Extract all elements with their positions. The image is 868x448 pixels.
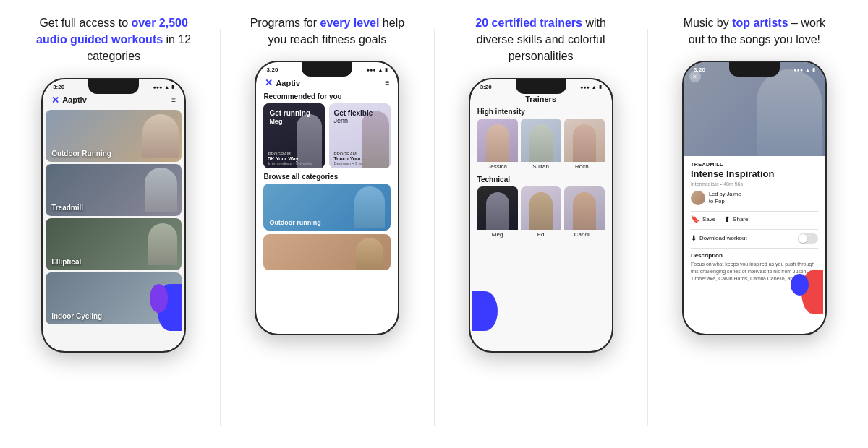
main-container: Get full access to over 2,500 audio guid… [0,0,868,448]
blob-purple-1 [150,284,168,313]
trainer-jessica[interactable]: Jessica [477,119,518,171]
p2-prog-flexible[interactable]: Get flexible Jenn PROGRAM Touch Your... … [329,103,391,168]
phone-2-header: ✕ Aaptiv ≡ [256,74,398,92]
phone-2-screen: 3:20 ●●● ▲ ▮ ✕ Aaptiv ≡ [256,62,398,334]
workout-outdoor-label: Outdoor Running [51,150,111,158]
p2-browse-title: Browse all categories [256,173,398,184]
p4-trainer-led: Led by Jaime [709,191,741,198]
phone-2-notch [302,62,352,77]
phone-2: 3:20 ●●● ▲ ▮ ✕ Aaptiv ≡ [255,61,399,335]
p4-save-label: Save [702,216,715,223]
trainer-sultan-name: Sultan [521,162,561,171]
trainer-meg-name: Meg [477,230,518,239]
signal-icon-4: ●●● [793,67,803,72]
trainer-sultan[interactable]: Sultan [521,119,561,171]
battery-icon-2: ▮ [385,67,388,73]
bookmark-icon: 🔖 [691,215,699,223]
p3-technical-label: Technical [470,176,612,186]
p2-prog-running[interactable]: Get running Meg PROGRAM 5K Your Way Inte… [263,103,325,168]
blob-blue-3 [472,291,498,331]
p3-technical-grid: Meg Ed Candi... [470,186,612,244]
filter-icon-1[interactable]: ≡ [171,96,176,104]
status-time-1: 3:20 [53,84,64,90]
download-icon: ⬇ [691,234,697,242]
wifi-icon-2: ▲ [378,67,383,72]
workout-elliptical-label: Elliptical [51,258,81,266]
workout-cycling-label: Indoor Cycling [51,312,102,320]
panel-1: Get full access to over 2,500 audio guid… [7,14,220,441]
trainer-candi-name: Candi... [564,230,605,239]
workout-outdoor[interactable]: Outdoor Running [46,110,182,162]
p3-high-intensity-grid: Jessica Sultan Roch... [470,119,612,176]
signal-icon-3: ●●● [580,85,590,90]
p4-download-label: ⬇ Download workout [691,234,747,242]
panel-3-text: 20 certified trainers with diverse skill… [461,14,621,65]
wifi-icon-3: ▲ [592,85,597,90]
trainer-candi[interactable]: Candi... [564,186,605,239]
phone-4-notch [729,62,780,77]
panel-3: 20 certified trainers with diverse skill… [435,14,647,441]
trainer-roch-name: Roch... [564,162,605,171]
workout-treadmill-label: Treadmill [51,204,83,212]
p3-screen-title: Trainers [470,92,612,108]
trainer-ed-name: Ed [521,230,561,239]
panel-4-text: Music by top artists – work out to the s… [675,14,834,48]
share-icon: ⬆ [724,215,730,223]
p4-share-btn[interactable]: ⬆ Share [724,215,748,223]
panel-3-highlight: 20 certified trainers [475,17,582,29]
p4-trainer-genre: to Pop [709,198,741,205]
p4-trainer-info: Led by Jaime to Pop [709,191,741,205]
p4-download-row: ⬇ Download workout [691,233,818,244]
p4-trainer-avatar [691,191,705,205]
status-time-3: 3:20 [480,84,492,90]
phone-3-notch [516,79,566,94]
p2-prog-label-1: Get running Meg [269,109,310,126]
phone-1-notch [88,79,139,94]
p4-toggle-knob [799,234,807,243]
panel-4-highlight: top artists [732,17,788,29]
panel-2-text: Programs for every level help you reach … [247,14,407,48]
p4-trainer-row: Led by Jaime to Pop [691,191,818,205]
wifi-icon-4: ▲ [805,67,810,72]
p2-browse-card[interactable]: Outdoor running [263,184,391,231]
phone-1-header: ✕ Aaptiv ≡ [43,92,184,110]
p2-recommended-title: Recommended for you [256,92,398,103]
p4-desc-label: Description [691,252,818,259]
trainer-roch[interactable]: Roch... [564,119,605,171]
aaptiv-name-2: Aaptiv [276,79,300,87]
wifi-icon: ▲ [164,85,169,90]
battery-icon-4: ▮ [812,67,815,73]
trainer-meg[interactable]: Meg [477,186,518,239]
panel-1-highlight: over 2,500 audio guided workouts [36,17,188,46]
panel-1-text: Get full access to over 2,500 audio guid… [34,14,193,65]
status-time-2: 3:20 [266,66,278,73]
workout-treadmill[interactable]: Treadmill [46,164,182,216]
battery-icon: ▮ [171,84,174,90]
aaptiv-x-2: ✕ [265,77,273,88]
p4-share-label: Share [733,216,748,223]
p4-category: TREADMILL [691,162,818,167]
panel-2-highlight: every level [320,17,380,29]
p4-toggle[interactable] [798,233,818,244]
p4-content: TREADMILL Intense Inspiration Intermedia… [684,156,825,288]
aaptiv-logo-1: ✕ Aaptiv [51,95,87,105]
battery-icon-3: ▮ [599,84,602,90]
status-time-4: 3:20 [694,66,705,73]
panel-4: Music by top artists – work out to the s… [648,14,861,441]
trainer-jessica-name: Jessica [477,162,518,171]
filter-icon-2[interactable]: ≡ [386,79,390,87]
p4-download-text: Download workout [699,235,747,241]
signal-icon-2: ●●● [367,67,376,72]
p3-high-intensity-label: High intensity [470,108,612,119]
p4-meta: Intermediate • 48m 56s [691,181,818,186]
p4-save-btn[interactable]: 🔖 Save [691,215,715,223]
trainer-ed[interactable]: Ed [521,186,561,239]
p2-programs: Get running Meg PROGRAM 5K Your Way Inte… [256,103,398,173]
aaptiv-x-1: ✕ [51,95,59,105]
workout-elliptical[interactable]: Elliptical [46,218,182,270]
signal-icon: ●●● [153,85,163,90]
panel-2: Programs for every level help you reach … [221,14,433,441]
aaptiv-logo-2: ✕ Aaptiv [265,77,300,88]
p4-workout-title: Intense Inspiration [691,168,818,180]
p4-actions: 🔖 Save ⬆ Share [691,215,818,223]
